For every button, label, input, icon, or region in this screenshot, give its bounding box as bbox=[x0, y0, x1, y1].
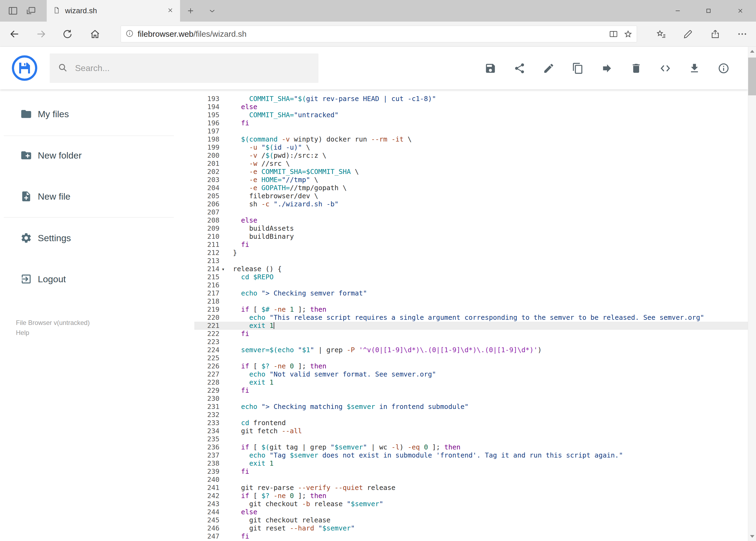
code-line[interactable]: 209 buildAssets bbox=[194, 225, 748, 233]
info-button[interactable] bbox=[715, 60, 732, 76]
code-line[interactable]: 229 fi bbox=[194, 386, 748, 395]
code-line[interactable]: 212} bbox=[194, 249, 748, 257]
scrollbar-thumb[interactable] bbox=[748, 58, 756, 95]
code-line[interactable]: 203 -e HOME="//tmp" \ bbox=[194, 176, 748, 184]
code-line[interactable]: 218 bbox=[194, 297, 748, 305]
code-line[interactable]: 238 exit 1 bbox=[194, 459, 748, 467]
code-line[interactable]: 244 else bbox=[194, 508, 748, 516]
more-options-icon[interactable] bbox=[737, 29, 748, 39]
page-info-icon[interactable] bbox=[125, 29, 134, 39]
set-tabs-aside-icon[interactable] bbox=[8, 5, 18, 16]
web-note-icon[interactable] bbox=[683, 29, 694, 39]
save-button[interactable] bbox=[482, 60, 499, 76]
search-box[interactable] bbox=[50, 54, 319, 83]
sidebar-item-my-files[interactable]: My files bbox=[0, 105, 194, 124]
forward-icon[interactable] bbox=[36, 29, 46, 39]
tabs-preview-icon[interactable] bbox=[26, 5, 36, 16]
code-line[interactable]: 231 echo "> Checking matching $semver in… bbox=[194, 403, 748, 411]
code-line[interactable]: 220 echo "This release script requires a… bbox=[194, 313, 748, 322]
code-line[interactable]: 228 exit 1 bbox=[194, 378, 748, 386]
code-line[interactable]: 193 COMMIT_SHA="$(git rev-parse HEAD | c… bbox=[194, 95, 748, 103]
code-line[interactable]: 246 git reset --hard "$semver" bbox=[194, 524, 748, 532]
search-input[interactable] bbox=[75, 63, 312, 73]
reading-view-icon[interactable] bbox=[609, 29, 619, 39]
code-line[interactable]: 223 bbox=[194, 338, 748, 346]
code-line[interactable]: 195 COMMIT_SHA="untracked" bbox=[194, 111, 748, 119]
code-line[interactable]: 198 $(command -v winpty) docker run --rm… bbox=[194, 135, 748, 144]
home-icon[interactable] bbox=[90, 29, 101, 39]
minimize-button[interactable] bbox=[665, 0, 690, 22]
maximize-button[interactable] bbox=[696, 0, 721, 22]
code-line[interactable]: 240 bbox=[194, 476, 748, 484]
scroll-up-arrow-icon[interactable] bbox=[750, 50, 754, 53]
sidebar-item-settings[interactable]: Settings bbox=[0, 229, 194, 248]
code-line[interactable]: 216 bbox=[194, 281, 748, 289]
favorite-star-icon[interactable] bbox=[623, 29, 633, 39]
chevron-down-icon[interactable] bbox=[205, 5, 219, 16]
rename-button[interactable] bbox=[541, 60, 557, 76]
code-line[interactable]: 217 echo "> Checking semver format" bbox=[194, 289, 748, 297]
tab-close-icon[interactable] bbox=[166, 6, 174, 15]
code-line[interactable]: 210 buildBinary bbox=[194, 233, 748, 241]
code-line[interactable]: 219 if [ $# -ne 1 ]; then bbox=[194, 305, 748, 313]
back-icon[interactable] bbox=[9, 29, 20, 39]
code-line[interactable]: 247 fi bbox=[194, 532, 748, 540]
code-line[interactable]: 211 fi bbox=[194, 241, 748, 249]
share-page-icon[interactable] bbox=[710, 29, 721, 39]
code-line[interactable]: 215 cd $REPO bbox=[194, 273, 748, 281]
code-line[interactable]: 208 else bbox=[194, 216, 748, 225]
delete-button[interactable] bbox=[628, 60, 644, 76]
code-line[interactable]: 243 git checkout -b release "$semver" bbox=[194, 500, 748, 508]
browser-tab[interactable]: wizard.sh bbox=[47, 0, 180, 22]
code-line[interactable]: 207 bbox=[194, 208, 748, 216]
code-line[interactable]: 221 exit 1 bbox=[194, 322, 748, 330]
code-line[interactable]: 199 -u "$(id -u)" \ bbox=[194, 144, 748, 152]
code-line[interactable]: 236 if [ $(git tag | grep "$semver" | wc… bbox=[194, 443, 748, 451]
sidebar-item-logout[interactable]: Logout bbox=[0, 270, 194, 288]
code-line[interactable]: 225 bbox=[194, 354, 748, 362]
code-line[interactable]: 206 sh -c "./wizard.sh -b" bbox=[194, 200, 748, 208]
code-line[interactable]: 197 bbox=[194, 127, 748, 135]
code-line[interactable]: 232 bbox=[194, 411, 748, 419]
code-editor[interactable]: 193 COMMIT_SHA="$(git rev-parse HEAD | c… bbox=[194, 89, 748, 541]
code-line[interactable]: 204 -e GOPATH=//tmp/gopath \ bbox=[194, 184, 748, 192]
code-line[interactable]: 242 if [ $? -ne 0 ]; then bbox=[194, 492, 748, 500]
code-line[interactable]: 213 bbox=[194, 257, 748, 265]
share-button[interactable] bbox=[511, 60, 528, 76]
code-line[interactable]: 239 fi bbox=[194, 467, 748, 476]
code-line[interactable]: 227 echo "Not valid semver format. See s… bbox=[194, 370, 748, 378]
code-line[interactable]: 202 -e COMMIT_SHA=$COMMIT_SHA \ bbox=[194, 168, 748, 176]
raw-code-button[interactable] bbox=[657, 60, 673, 76]
code-line[interactable]: 214▾release () { bbox=[194, 265, 748, 273]
code-line[interactable]: 201 -w //src \ bbox=[194, 160, 748, 168]
code-line[interactable]: 237 echo "Tag $semver does not exist in … bbox=[194, 451, 748, 459]
code-line[interactable]: 205 filebrowser/dev \ bbox=[194, 192, 748, 200]
fold-marker-icon[interactable]: ▾ bbox=[219, 265, 233, 273]
close-button[interactable] bbox=[728, 0, 752, 22]
code-line[interactable]: 194 else bbox=[194, 103, 748, 111]
code-line[interactable]: 235 bbox=[194, 435, 748, 443]
help-link[interactable]: Help bbox=[16, 329, 29, 336]
refresh-icon[interactable] bbox=[62, 29, 73, 39]
code-line[interactable]: 200 -v /$(pwd):/src:z \ bbox=[194, 152, 748, 160]
code-line[interactable]: 230 bbox=[194, 395, 748, 403]
code-line[interactable]: 245 git checkout release bbox=[194, 516, 748, 524]
code-line[interactable]: 196 fi bbox=[194, 119, 748, 127]
copy-button[interactable] bbox=[570, 60, 586, 76]
filebrowser-logo-icon[interactable] bbox=[12, 55, 38, 81]
code-line[interactable]: 233 cd frontend bbox=[194, 419, 748, 427]
download-button[interactable] bbox=[686, 60, 702, 76]
code-line[interactable]: 222 fi bbox=[194, 330, 748, 338]
vertical-scrollbar[interactable] bbox=[748, 47, 756, 541]
move-button[interactable] bbox=[599, 60, 615, 76]
hub-favorites-icon[interactable] bbox=[656, 29, 667, 39]
code-line[interactable]: 224 semver=$(echo "$1" | grep -P '^v(0|[… bbox=[194, 346, 748, 354]
address-bar[interactable]: filebrowser.web/files/wizard.sh bbox=[121, 26, 637, 42]
scroll-down-arrow-icon[interactable] bbox=[750, 535, 754, 538]
sidebar-item-new-file[interactable]: New file bbox=[0, 187, 194, 206]
new-tab-button[interactable] bbox=[183, 5, 197, 16]
code-line[interactable]: 234 git fetch --all bbox=[194, 427, 748, 435]
code-line[interactable]: 241 git rev-parse --verify --quiet relea… bbox=[194, 484, 748, 492]
sidebar-item-new-folder[interactable]: New folder bbox=[0, 146, 194, 165]
code-line[interactable]: 226 if [ $? -ne 0 ]; then bbox=[194, 362, 748, 370]
